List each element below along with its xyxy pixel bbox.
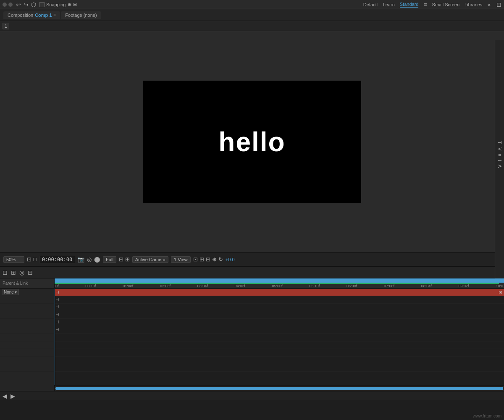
scroll-track[interactable] xyxy=(55,387,503,390)
playhead-marker[interactable] xyxy=(55,278,59,283)
timeline-nav-left-icon[interactable]: ◀ xyxy=(3,393,7,399)
quality-dropdown[interactable]: Full xyxy=(103,256,116,263)
camera-dropdown[interactable]: Active Camera xyxy=(132,256,168,263)
timeline-layer-12 xyxy=(0,372,54,379)
timeline-layer-10 xyxy=(0,357,54,364)
keyframe-6: ⊣ xyxy=(55,327,59,332)
view-dropdown[interactable]: 1 View xyxy=(171,256,191,263)
timeline-layer-6 xyxy=(0,326,54,334)
workspace-libraries[interactable]: Libraries xyxy=(465,2,482,7)
workspace-small-screen[interactable]: Small Screen xyxy=(432,2,459,7)
color-icon[interactable]: ⬤ xyxy=(94,256,100,262)
tick-8: 06:08f xyxy=(346,284,357,288)
tick-0: 0f xyxy=(55,284,59,288)
workspace-learn[interactable]: Learn xyxy=(383,2,395,7)
tick-7: 05:10f xyxy=(309,284,320,288)
redo-icon[interactable]: ↪ xyxy=(24,1,29,8)
playhead-end[interactable] xyxy=(498,278,502,283)
preview-text: hello xyxy=(218,126,285,158)
track-row-12 xyxy=(55,372,504,379)
snapping-checkbox[interactable] xyxy=(39,2,45,7)
timeline-left-panel: Parent & Link None ▾ xyxy=(0,278,55,391)
tick-5: 04:02f xyxy=(235,284,245,288)
workspace-standard[interactable]: Standard xyxy=(400,2,419,8)
timeline-layer-9 xyxy=(0,349,54,357)
timeline-layer-1: None ▾ xyxy=(0,289,54,296)
panel-tabs: Composition Comp 1 ≡ Footage (none) xyxy=(0,9,504,21)
composition-viewer[interactable]: hello T V ≡ I A xyxy=(0,31,504,252)
right-panel-t[interactable]: T xyxy=(497,141,502,144)
window-controls[interactable] xyxy=(3,3,13,7)
comp-label: Composition xyxy=(8,13,33,18)
track-row-8 xyxy=(55,341,504,349)
tick-9: 07:06f xyxy=(384,284,394,288)
right-panel-menu[interactable]: ≡ xyxy=(497,154,502,156)
track-row-1: ⊣ ⊡ xyxy=(55,289,504,296)
region-icon[interactable]: □ xyxy=(33,256,37,262)
view-mode2-icon[interactable]: ⊞ xyxy=(200,256,204,262)
tool-icon[interactable]: ⬡ xyxy=(31,1,36,8)
right-panel-strip: T V ≡ I A xyxy=(495,40,504,313)
timecode-display[interactable]: 0:00:00:00 xyxy=(39,256,75,263)
zoom-dropdown[interactable]: 50% xyxy=(3,256,24,263)
view-mode3-icon[interactable]: ⊟ xyxy=(206,256,210,262)
top-tool-icons: ↩ ↪ ⬡ xyxy=(16,1,36,8)
watermark: www.frtam.com xyxy=(473,414,501,418)
snapping-control[interactable]: Snapping ⊞ ⊟ xyxy=(39,2,77,7)
view-mode4-icon[interactable]: ⊕ xyxy=(212,256,217,262)
timeline-bottom-bar: ◀ ▶ xyxy=(0,391,504,400)
playhead-line xyxy=(55,289,55,385)
none-label: None xyxy=(4,290,14,294)
comp-menu-icon[interactable]: ≡ xyxy=(53,13,56,17)
timeline-layer-4 xyxy=(0,311,54,319)
region2-icon[interactable]: ⊞ xyxy=(125,256,130,262)
right-panel-a[interactable]: A xyxy=(497,165,502,168)
quality-icons: ⊟ ⊞ xyxy=(119,256,130,262)
tick-12: 10:0 xyxy=(496,284,503,288)
timeline-ruler[interactable]: 0f 00:10f 01:08f 02:06f 03:04f 04:02f 05… xyxy=(55,278,504,289)
timeline-layer-5 xyxy=(0,319,54,326)
resolution-icon[interactable]: ⊟ xyxy=(119,256,123,262)
track-row-10 xyxy=(55,357,504,364)
workspace-menu-icon[interactable]: ≡ xyxy=(423,1,427,8)
view-mode1-icon[interactable]: ⊡ xyxy=(193,256,198,262)
timeline-nav-right-icon[interactable]: ▶ xyxy=(10,393,15,399)
timeline-home-icon[interactable]: ⊡ xyxy=(3,269,8,276)
scroll-thumb[interactable] xyxy=(55,387,503,390)
more-workspaces-icon[interactable]: » xyxy=(487,1,491,8)
timeline-grid-icon[interactable]: ⊟ xyxy=(28,269,33,276)
comp-name: Comp 1 xyxy=(35,13,52,18)
timeline-circle-icon[interactable]: ◎ xyxy=(19,269,24,276)
track-row-4: ⊣ xyxy=(55,311,504,319)
right-panel-v[interactable]: V xyxy=(497,147,502,150)
tick-10: 08:04f xyxy=(421,284,432,288)
workspace-tabs: Default Learn Standard ≡ Small Screen Li… xyxy=(363,1,491,8)
timeline-section: ⊡ ⊞ ◎ ⊟ Parent & Link None ▾ xyxy=(0,266,504,400)
undo-icon[interactable]: ↩ xyxy=(16,1,21,8)
timeline-tracks[interactable]: ⊣ ⊡ ⊣ ⊣ ⊣ ⊣ xyxy=(55,289,504,385)
zoom-number: 1 xyxy=(3,23,9,29)
footage-tab[interactable]: Footage (none) xyxy=(61,11,101,19)
right-panel-i[interactable]: I xyxy=(497,160,502,161)
transparency-icon[interactable]: ◎ xyxy=(87,256,92,262)
keyframe-3: ⊣ xyxy=(55,304,59,309)
none-dropdown[interactable]: None ▾ xyxy=(2,289,19,295)
composition-tab[interactable]: Composition Comp 1 ≡ xyxy=(3,11,60,19)
tick-6: 05:00f xyxy=(272,284,282,288)
track-row-2: ⊣ xyxy=(55,296,504,304)
refresh-icon[interactable]: ↻ xyxy=(218,256,223,262)
maximize-icon[interactable]: ⊡ xyxy=(496,1,501,8)
timeline-layers: None ▾ xyxy=(0,289,54,391)
snapping-label: Snapping xyxy=(46,2,66,7)
fit-icon[interactable]: ⊡ xyxy=(27,256,32,262)
keyframe-icon-1: ⊣ xyxy=(55,290,59,294)
timeline-scrollbar[interactable] xyxy=(55,385,504,391)
timeline-left-header: Parent & Link xyxy=(0,278,54,289)
timeline-layer-11 xyxy=(0,364,54,372)
magnet-icon: ⊟ xyxy=(73,2,77,7)
workspace-default[interactable]: Default xyxy=(363,2,378,7)
timeline-add-icon[interactable]: ⊞ xyxy=(11,269,16,276)
top-bar: ↩ ↪ ⬡ Snapping ⊞ ⊟ Default Learn Standar… xyxy=(0,0,504,9)
track-row-3: ⊣ xyxy=(55,304,504,311)
camera-icon[interactable]: 📷 xyxy=(78,256,84,262)
